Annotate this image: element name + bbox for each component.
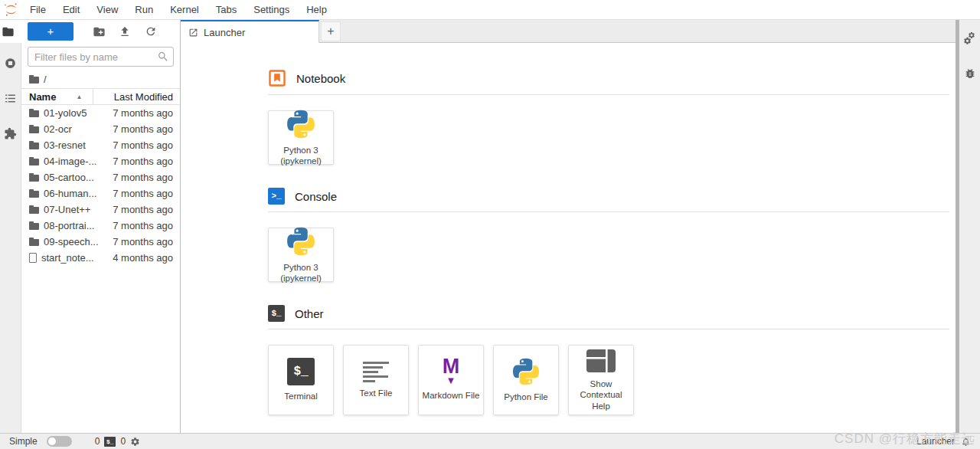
property-inspector-icon[interactable] — [962, 31, 978, 46]
menu-file[interactable]: File — [21, 0, 54, 19]
card-label: Text File — [357, 388, 396, 398]
launcher-card-terminal[interactable]: $_ Terminal — [268, 345, 334, 415]
menu-view[interactable]: View — [88, 0, 126, 19]
card-label: Terminal — [281, 391, 320, 401]
file-row[interactable]: 03-resnet7 months ago — [21, 137, 180, 153]
card-label: Python File — [501, 392, 551, 402]
launcher-card-console-python3[interactable]: Python 3 (ipykernel) — [268, 228, 334, 282]
launcher-panel: Notebook Python 3 (ipykernel) — [181, 43, 956, 433]
terminal-icon: $_ — [104, 437, 116, 447]
menu-items: File Edit View Run Kernel Tabs Settings … — [21, 0, 335, 19]
menu-edit[interactable]: Edit — [54, 0, 88, 19]
tab-launcher[interactable]: Launcher — [181, 20, 319, 43]
menu-help[interactable]: Help — [298, 0, 335, 19]
text-file-icon — [363, 362, 389, 382]
status-bar-left: Simple 0 $_ 0 — [9, 436, 140, 447]
markdown-icon: M ▼ — [443, 359, 460, 385]
section-title: Console — [295, 190, 337, 203]
extension-manager-icon[interactable] — [3, 126, 18, 141]
new-folder-icon[interactable] — [86, 22, 112, 41]
terminal-icon: $_ — [287, 358, 315, 385]
menu-run[interactable]: Run — [126, 0, 162, 19]
file-row[interactable]: 06-human...7 months ago — [21, 185, 180, 202]
file-row[interactable]: start_note...4 months ago — [21, 250, 180, 266]
kernel-count: 0 — [120, 436, 126, 447]
launcher-card-show-contextual-help[interactable]: Show Contextual Help — [568, 345, 634, 415]
current-activity-label: Launcher — [916, 436, 955, 447]
card-label: Show Contextual Help — [569, 379, 633, 411]
python-logo-icon — [286, 109, 316, 139]
workspace-body: + / — [0, 20, 980, 433]
running-kernels-icon[interactable] — [3, 55, 18, 70]
simple-mode-toggle[interactable] — [47, 436, 72, 447]
debugger-icon[interactable] — [962, 66, 978, 81]
menu-settings[interactable]: Settings — [245, 0, 298, 19]
notebook-icon — [268, 69, 286, 87]
folder-icon — [29, 126, 39, 133]
terminal-count: 0 — [95, 436, 100, 447]
section-divider — [268, 211, 949, 212]
breadcrumb: / — [21, 70, 180, 88]
kernel-terminal-counts[interactable]: 0 $_ 0 — [95, 436, 140, 447]
sort-ascending-icon: ▲ — [76, 93, 82, 100]
status-bar: Simple 0 $_ 0 Launcher — [0, 433, 980, 449]
console-icon: >_ — [268, 188, 285, 205]
folder-icon — [29, 223, 39, 230]
file-row[interactable]: 07-Unet++7 months ago — [21, 202, 180, 218]
menu-kernel[interactable]: Kernel — [162, 0, 207, 19]
file-icon — [29, 253, 37, 263]
folder-icon — [29, 110, 39, 117]
section-divider — [268, 329, 949, 329]
contextual-help-icon — [586, 349, 616, 373]
file-row[interactable]: 05-cartoo...7 months ago — [21, 169, 180, 185]
section-title: Other — [295, 307, 324, 320]
left-activity-bar — [0, 20, 21, 433]
section-other-header: $_ Other — [268, 305, 949, 322]
launcher-card-markdown-file[interactable]: M ▼ Markdown File — [418, 345, 484, 415]
section-title: Notebook — [296, 72, 345, 85]
launcher-card-python-file[interactable]: Python File — [493, 345, 559, 415]
tab-bar: Launcher + — [181, 20, 956, 43]
file-row[interactable]: 04-image-...7 months ago — [21, 153, 180, 169]
card-label: Python 3 (ipykernel) — [269, 145, 333, 167]
file-browser-panel: + / — [21, 20, 181, 433]
menu-tabs[interactable]: Tabs — [207, 0, 245, 19]
file-browser-tab-icon[interactable] — [0, 20, 15, 43]
breadcrumb-root[interactable]: / — [44, 74, 47, 85]
column-header-name[interactable]: Name ▲ — [21, 89, 93, 104]
section-console-header: >_ Console — [268, 188, 949, 205]
file-row[interactable]: 08-portrai...7 months ago — [21, 218, 180, 234]
search-icon — [157, 51, 169, 63]
filter-files-input[interactable] — [28, 47, 174, 67]
notification-bell-icon[interactable] — [961, 437, 971, 447]
card-label: Python 3 (ipykernel) — [269, 262, 333, 284]
table-of-contents-icon[interactable] — [3, 90, 18, 106]
kernel-icon — [130, 437, 140, 447]
menu-bar: File Edit View Run Kernel Tabs Settings … — [0, 0, 980, 20]
file-row[interactable]: 09-speech...7 months ago — [21, 234, 180, 250]
refresh-icon[interactable] — [138, 22, 164, 41]
launcher-card-text-file[interactable]: Text File — [343, 345, 409, 415]
simple-mode-label: Simple — [9, 436, 38, 447]
upload-icon[interactable] — [112, 22, 138, 41]
file-row[interactable]: 02-ocr7 months ago — [21, 121, 180, 137]
folder-icon[interactable] — [29, 77, 39, 84]
file-row[interactable]: 01-yolov57 months ago — [21, 105, 180, 121]
right-activity-bar — [959, 20, 980, 433]
python-logo-icon — [286, 226, 316, 257]
launcher-tab-icon — [188, 28, 198, 38]
folder-icon — [29, 207, 39, 214]
folder-icon — [29, 239, 39, 246]
status-bar-right: Launcher — [916, 436, 971, 447]
launcher-card-notebook-python3[interactable]: Python 3 (ipykernel) — [268, 110, 334, 165]
new-launcher-button[interactable]: + — [28, 22, 74, 41]
jupyterlab-window: File Edit View Run Kernel Tabs Settings … — [0, 0, 980, 449]
left-activity-strip — [0, 43, 21, 433]
column-header-last-modified[interactable]: Last Modified — [93, 91, 180, 103]
file-list: 01-yolov57 months ago 02-ocr7 months ago… — [21, 105, 180, 433]
folder-icon — [29, 159, 39, 166]
notebook-cards: Python 3 (ipykernel) — [268, 110, 949, 165]
folder-icon — [29, 191, 39, 198]
new-tab-button[interactable]: + — [321, 21, 341, 41]
terminal-icon: $_ — [268, 305, 285, 322]
